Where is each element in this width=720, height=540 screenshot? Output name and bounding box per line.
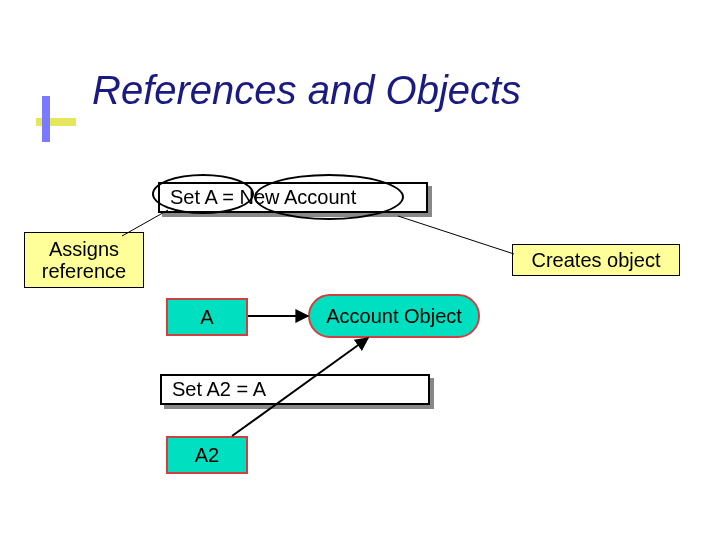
variable-a-box: A [166,298,248,336]
variable-a2-box: A2 [166,436,248,474]
slide-title: References and Objects [92,68,521,113]
svg-line-1 [398,216,514,254]
ellipse-new-account [254,174,404,220]
ellipse-set-a [152,174,254,214]
label-creates-object: Creates object [512,244,680,276]
code-line-2: Set A2 = A [160,374,430,405]
label-assigns-line1: Assigns [49,238,119,260]
label-assigns-line2: reference [42,260,127,282]
account-object-box: Account Object [308,294,480,338]
label-assigns-reference: Assigns reference [24,232,144,288]
title-bullet-deco [36,96,84,128]
